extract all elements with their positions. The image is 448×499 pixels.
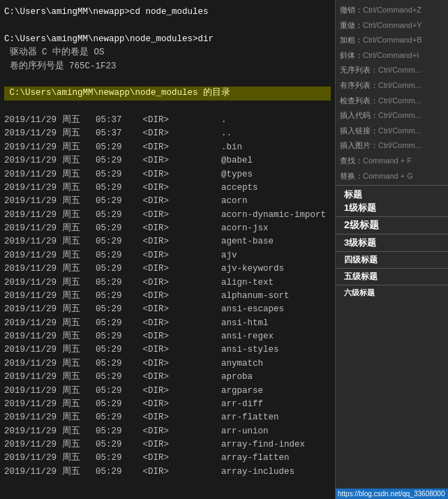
terminal-line: 2019/11/29 周五 05:29 <DIR> acorn-jsx bbox=[4, 222, 331, 235]
terminal-line: 2019/11/29 周五 05:29 <DIR> array-includes bbox=[4, 466, 331, 479]
terminal-line: 2019/11/29 周五 05:29 <DIR> ansi-styles bbox=[4, 343, 331, 357]
replace-shortcut: Command + G bbox=[363, 170, 413, 183]
sidebar-insert-image: 插入图片： Ctrl/Comm... bbox=[336, 138, 448, 154]
sidebar-check-list: 检查列表： Ctrl/Comm... bbox=[336, 94, 448, 109]
sidebar-replace: 替换： Command + G bbox=[336, 169, 448, 184]
ordered-shortcut: Ctrl/Comm... bbox=[378, 80, 421, 92]
sidebar-ordered-list: 有序列表： Ctrl/Comm... bbox=[336, 78, 448, 94]
replace-label: 替换： bbox=[340, 170, 363, 183]
terminal-line: 2019/11/29 周五 05:29 <DIR> accepts bbox=[4, 181, 331, 195]
terminal-line: 2019/11/29 周五 05:37 <DIR> . bbox=[4, 114, 331, 127]
terminal-line: 2019/11/29 周五 05:29 <DIR> ansi-html bbox=[4, 317, 331, 330]
divider-2 bbox=[336, 216, 448, 217]
terminal-line: C:\Users\amingMM\newapp\node_modules>dir bbox=[4, 33, 331, 46]
terminal-line: 2019/11/29 周五 05:29 <DIR> align-text bbox=[4, 276, 331, 290]
undo-shortcut: Ctrl/Command+Z bbox=[363, 4, 421, 17]
code-label: 插入代码： bbox=[340, 110, 378, 122]
terminal-line: C:\Users\amingMM\newapp\node_modules 的目录 bbox=[4, 87, 331, 100]
heading3-label: 3级标题 bbox=[340, 236, 380, 249]
italic-label: 斜体： bbox=[340, 50, 363, 62]
terminal-line: 2019/11/29 周五 05:29 <DIR> array-find-ind… bbox=[4, 438, 331, 452]
terminal-line: 2019/11/29 周五 05:29 <DIR> arr-diff bbox=[4, 398, 331, 411]
bold-label: 加粗： bbox=[340, 34, 363, 47]
divider-6 bbox=[336, 285, 448, 285]
terminal-line: 2019/11/29 周五 05:29 <DIR> alphanum-sort bbox=[4, 290, 331, 303]
terminal-panel: C:\Users\amingMM\newapp>cd node_modules … bbox=[0, 0, 335, 499]
heading-title: 标题 bbox=[340, 188, 366, 201]
terminal-line: C:\Users\amingMM\newapp>cd node_modules bbox=[4, 6, 331, 19]
redo-shortcut: Ctrl/Command+Y bbox=[363, 20, 422, 32]
terminal-line bbox=[4, 73, 331, 87]
find-shortcut: Command + F bbox=[363, 155, 412, 167]
divider-1 bbox=[336, 185, 448, 186]
terminal-line: 2019/11/29 周五 05:29 <DIR> ansi-regex bbox=[4, 330, 331, 343]
italic-shortcut: Ctrl/Command+I bbox=[363, 50, 419, 62]
unordered-shortcut: Ctrl/Comm... bbox=[378, 64, 421, 77]
terminal-line: 2019/11/29 周五 05:29 <DIR> anymatch bbox=[4, 357, 331, 371]
sidebar-bold: 加粗： Ctrl/Command+B bbox=[336, 33, 448, 48]
terminal-line: 2019/11/29 周五 05:29 <DIR> array-flatten bbox=[4, 452, 331, 465]
terminal-line bbox=[4, 100, 331, 114]
heading1-label: 1级标题 bbox=[340, 201, 380, 214]
terminal-line: 驱动器 C 中的卷是 OS bbox=[4, 46, 331, 59]
terminal-line: 2019/11/29 周五 05:29 <DIR> ansi-escapes bbox=[4, 303, 331, 316]
terminal-line: 2019/11/29 周五 05:29 <DIR> arr-flatten bbox=[4, 411, 331, 424]
terminal-line: 2019/11/29 周五 05:29 <DIR> @types bbox=[4, 168, 331, 181]
link-shortcut: Ctrl/Comm... bbox=[378, 125, 421, 137]
image-label: 插入图片： bbox=[340, 140, 378, 152]
link-label: 插入链接： bbox=[340, 125, 378, 137]
heading4-label: 四级标题 bbox=[340, 253, 382, 266]
divider-5 bbox=[336, 268, 448, 269]
check-shortcut: Ctrl/Comm... bbox=[378, 95, 421, 107]
terminal-line: 2019/11/29 周五 05:37 <DIR> .. bbox=[4, 127, 331, 140]
heading5-label: 五级标题 bbox=[340, 271, 382, 282]
heading6-label: 六级标题 bbox=[340, 288, 379, 297]
check-label: 检查列表： bbox=[340, 95, 378, 107]
bold-shortcut: Ctrl/Command+B bbox=[363, 34, 422, 47]
terminal-line: 2019/11/29 周五 05:29 <DIR> @babel bbox=[4, 154, 331, 167]
ordered-label: 有序列表： bbox=[340, 80, 378, 92]
terminal-line: 2019/11/29 周五 05:29 <DIR> aproba bbox=[4, 371, 331, 384]
sidebar-redo: 重做： Ctrl/Command+Y bbox=[336, 18, 448, 33]
find-label: 查找： bbox=[340, 155, 363, 167]
terminal-line bbox=[4, 19, 331, 32]
terminal-line: 2019/11/29 周五 05:29 <DIR> agent-base bbox=[4, 235, 331, 248]
terminal-line: 2019/11/29 周五 05:29 <DIR> ajv bbox=[4, 249, 331, 262]
terminal-line: 2019/11/29 周五 05:29 <DIR> acorn bbox=[4, 195, 331, 208]
sidebar-undo: 撤销： Ctrl/Command+Z bbox=[336, 3, 448, 18]
code-shortcut: Ctrl/Comm... bbox=[378, 110, 421, 122]
unordered-label: 无序列表： bbox=[340, 64, 378, 77]
terminal-line: 2019/11/29 周五 05:29 <DIR> .bin bbox=[4, 141, 331, 154]
sidebar-italic: 斜体： Ctrl/Command+I bbox=[336, 48, 448, 64]
divider-4 bbox=[336, 251, 448, 252]
heading2-label: 2级标题 bbox=[340, 218, 383, 232]
divider-3 bbox=[336, 234, 448, 234]
url-bar: https://blog.csdn.net/qq_33608000 bbox=[335, 489, 448, 499]
sidebar-unordered-list: 无序列表： Ctrl/Comm... bbox=[336, 63, 448, 78]
sidebar-insert-code: 插入代码： Ctrl/Comm... bbox=[336, 108, 448, 124]
terminal-line: 2019/11/29 周五 05:29 <DIR> arr-union bbox=[4, 425, 331, 438]
terminal-line: 卷的序列号是 765C-1F23 bbox=[4, 60, 331, 73]
sidebar-find: 查找： Command + F bbox=[336, 154, 448, 169]
sidebar-insert-link: 插入链接： Ctrl/Comm... bbox=[336, 124, 448, 139]
redo-label: 重做： bbox=[340, 20, 363, 32]
terminal-line: 2019/11/29 周五 05:29 <DIR> argparse bbox=[4, 385, 331, 398]
terminal-line: 2019/11/29 周五 05:29 <DIR> ajv-keywords bbox=[4, 262, 331, 276]
undo-label: 撤销： bbox=[340, 4, 363, 17]
terminal-line: 2019/11/29 周五 05:29 <DIR> acorn-dynamic-… bbox=[4, 209, 331, 222]
image-shortcut: Ctrl/Comm... bbox=[378, 140, 421, 152]
sidebar-panel: 撤销： Ctrl/Command+Z 重做： Ctrl/Command+Y 加粗… bbox=[335, 0, 448, 499]
